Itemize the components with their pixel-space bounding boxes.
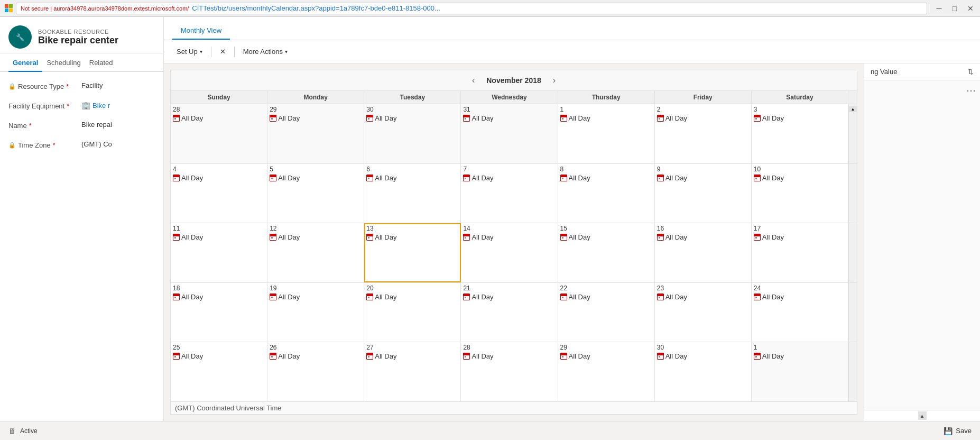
day-event[interactable]: All Day — [657, 174, 749, 182]
day-event[interactable]: All Day — [463, 114, 555, 122]
day-event[interactable]: All Day — [366, 293, 458, 301]
day-event[interactable]: All Day — [657, 233, 749, 241]
calendar-day-w2d0[interactable]: 11All Day — [171, 223, 267, 282]
calendar-header-row: Sunday Monday Tuesday Wednesday Thursday… — [171, 91, 857, 104]
calendar-day-w1d0[interactable]: 4All Day — [171, 164, 267, 223]
day-event[interactable]: All Day — [270, 114, 362, 122]
day-event[interactable]: All Day — [560, 114, 652, 122]
day-event[interactable]: All Day — [366, 352, 458, 360]
calendar-day-w2d2[interactable]: 13All Day — [364, 223, 461, 282]
calendar-day-w4d5[interactable]: 30All Day — [655, 342, 752, 401]
day-event[interactable]: All Day — [560, 352, 652, 360]
day-event[interactable]: All Day — [173, 174, 265, 182]
calendar-day-w3d2[interactable]: 20All Day — [364, 283, 461, 342]
more-actions-button[interactable]: More Actions ▾ — [239, 45, 292, 58]
close-button[interactable]: ✕ — [965, 4, 976, 13]
day-event[interactable]: All Day — [463, 233, 555, 241]
day-event[interactable]: All Day — [560, 233, 652, 241]
calendar-day-w0d1[interactable]: 29All Day — [267, 104, 364, 163]
toolbar: Set Up ▾ ✕ More Actions ▾ — [164, 40, 980, 63]
calendar-day-w1d4[interactable]: 8All Day — [558, 164, 655, 223]
day-event[interactable]: All Day — [657, 352, 749, 360]
calendar-day-w0d5[interactable]: 2All Day — [655, 104, 752, 163]
day-event[interactable]: All Day — [173, 114, 265, 122]
next-month-button[interactable]: › — [550, 75, 559, 86]
calendar-day-w2d1[interactable]: 12All Day — [267, 223, 364, 282]
maximize-button[interactable]: □ — [950, 4, 959, 13]
tab-related[interactable]: Related — [85, 53, 117, 72]
day-event[interactable]: All Day — [366, 174, 458, 182]
calendar-day-w1d3[interactable]: 7All Day — [461, 164, 558, 223]
browser-url-bar[interactable]: Not secure | aurora34978.aurora34978dom.… — [16, 3, 927, 14]
calendar-day-w0d6[interactable]: 3All Day — [752, 104, 848, 163]
calendar-day-w3d1[interactable]: 19All Day — [267, 283, 364, 342]
calendar-day-w2d3[interactable]: 14All Day — [461, 223, 558, 282]
day-number: 10 — [754, 166, 846, 173]
calendar-event-icon — [657, 234, 664, 241]
event-label: All Day — [762, 114, 784, 122]
tab-general[interactable]: General — [8, 53, 42, 72]
setup-button[interactable]: Set Up ▾ — [172, 45, 207, 58]
sidebar-icon: 🔧 — [8, 25, 32, 49]
day-event[interactable]: All Day — [754, 233, 846, 241]
save-button[interactable]: 💾 Save — [944, 427, 972, 435]
day-event[interactable]: All Day — [463, 352, 555, 360]
tab-monthly-view[interactable]: Monthly View — [172, 22, 230, 40]
day-event[interactable]: All Day — [754, 174, 846, 182]
calendar-day-w3d3[interactable]: 21All Day — [461, 283, 558, 342]
calendar-event-icon — [463, 175, 470, 181]
right-col-dots-button[interactable]: ⋯ — [966, 85, 976, 96]
calendar-day-w3d6[interactable]: 24All Day — [752, 283, 848, 342]
close-x-button[interactable]: ✕ — [216, 45, 230, 58]
calendar-day-w4d4[interactable]: 29All Day — [558, 342, 655, 401]
calendar-day-w4d1[interactable]: 26All Day — [267, 342, 364, 401]
day-event[interactable]: All Day — [463, 293, 555, 301]
calendar-event-icon — [463, 115, 470, 122]
day-event[interactable]: All Day — [173, 352, 265, 360]
calendar-day-w0d4[interactable]: 1All Day — [558, 104, 655, 163]
calendar-day-w4d3[interactable]: 28All Day — [461, 342, 558, 401]
minimize-button[interactable]: ─ — [935, 4, 944, 13]
scroll-up-button[interactable]: ▲ — [918, 411, 927, 420]
calendar-day-w4d0[interactable]: 25All Day — [171, 342, 267, 401]
day-number: 26 — [270, 344, 362, 351]
day-event[interactable]: All Day — [270, 174, 362, 182]
calendar-day-w1d2[interactable]: 6All Day — [364, 164, 461, 223]
day-event[interactable]: All Day — [754, 114, 846, 122]
calendar-day-w0d0[interactable]: 28All Day — [171, 104, 267, 163]
day-event[interactable]: All Day — [173, 233, 265, 241]
calendar-day-w3d4[interactable]: 22All Day — [558, 283, 655, 342]
prev-month-button[interactable]: ‹ — [469, 75, 478, 86]
calendar-day-w1d6[interactable]: 10All Day — [752, 164, 848, 223]
day-event[interactable]: All Day — [270, 233, 362, 241]
day-event[interactable]: All Day — [560, 293, 652, 301]
calendar-day-w2d6[interactable]: 17All Day — [752, 223, 848, 282]
day-event[interactable]: All Day — [366, 233, 458, 241]
tab-scheduling[interactable]: Scheduling — [42, 53, 85, 72]
calendar-day-w0d2[interactable]: 30All Day — [364, 104, 461, 163]
day-event[interactable]: All Day — [754, 293, 846, 301]
day-event[interactable]: All Day — [366, 114, 458, 122]
calendar-day-w4d2[interactable]: 27All Day — [364, 342, 461, 401]
calendar-day-w3d5[interactable]: 23All Day — [655, 283, 752, 342]
day-event[interactable]: All Day — [657, 114, 749, 122]
calendar-day-w1d1[interactable]: 5All Day — [267, 164, 364, 223]
facility-equipment-value[interactable]: 🏢 Bike r — [81, 100, 155, 109]
calendar-day-w1d5[interactable]: 9All Day — [655, 164, 752, 223]
calendar-day-w2d5[interactable]: 16All Day — [655, 223, 752, 282]
calendar-event-icon — [270, 294, 276, 300]
sort-icon[interactable]: ⇅ — [968, 68, 974, 76]
calendar-day-w0d3[interactable]: 31All Day — [461, 104, 558, 163]
day-event[interactable]: All Day — [270, 352, 362, 360]
scroll-up-cal-button[interactable]: ▲ — [849, 106, 857, 112]
day-event[interactable]: All Day — [173, 293, 265, 301]
day-event[interactable]: All Day — [657, 293, 749, 301]
day-event[interactable]: All Day — [270, 293, 362, 301]
calendar-day-w3d0[interactable]: 18All Day — [171, 283, 267, 342]
calendar-day-w4d6[interactable]: 1All Day — [752, 342, 848, 401]
day-event[interactable]: All Day — [754, 352, 846, 360]
calendar-day-w2d4[interactable]: 15All Day — [558, 223, 655, 282]
day-event[interactable]: All Day — [560, 174, 652, 182]
day-event[interactable]: All Day — [463, 174, 555, 182]
calendar-event-icon — [560, 115, 567, 122]
